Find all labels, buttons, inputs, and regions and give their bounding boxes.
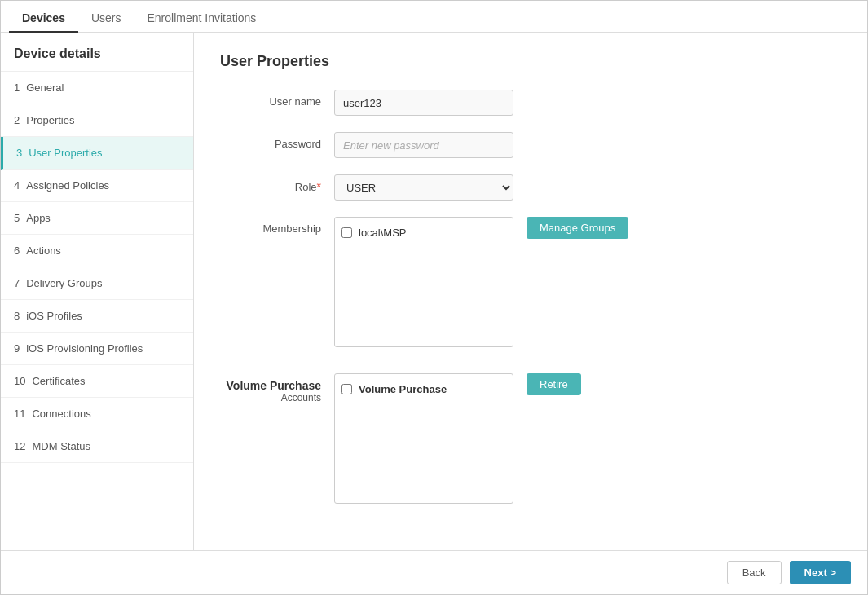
accounts-label: Accounts — [220, 392, 321, 403]
volume-purchase-group: Volume Purchase Accounts Volume Purchase… — [220, 373, 841, 504]
retire-button[interactable]: Retire — [527, 373, 581, 395]
role-group: Role* USER ADMIN MANAGER — [220, 174, 841, 201]
username-group: User name — [220, 90, 841, 116]
volume-purchase-item-label: Volume Purchase — [359, 383, 447, 395]
membership-group: Membership local\MSP Manage Groups — [220, 217, 841, 347]
volume-purchase-label: Volume Purchase — [220, 379, 321, 392]
volume-purchase-checkbox[interactable] — [341, 384, 352, 394]
sidebar-item-delivery-groups[interactable]: 7 Delivery Groups — [1, 267, 193, 300]
tab-enrollment-invitations[interactable]: Enrollment Invitations — [134, 5, 270, 33]
sidebar-item-connections[interactable]: 11 Connections — [1, 398, 193, 430]
sidebar-item-label-mdm-status: MDM Status — [32, 440, 90, 452]
password-label: Password — [220, 132, 334, 150]
sidebar-item-label-assigned-policies: Assigned Policies — [26, 179, 109, 192]
tab-users[interactable]: Users — [78, 5, 134, 33]
next-button[interactable]: Next > — [790, 561, 851, 584]
sidebar-item-num-9: 9 — [14, 342, 20, 355]
top-nav: Devices Users Enrollment Invitations — [1, 1, 867, 33]
sidebar-item-label-general: General — [26, 82, 64, 94]
sidebar-item-num-3: 3 — [16, 147, 22, 159]
membership-label: Membership — [220, 217, 334, 235]
page-title: User Properties — [220, 53, 841, 70]
sidebar-item-general[interactable]: 1 General — [1, 72, 193, 104]
sidebar-item-num-12: 12 — [14, 440, 25, 452]
sidebar-item-num-2: 2 — [14, 114, 20, 126]
role-label: Role* — [220, 174, 334, 193]
membership-box: local\MSP — [334, 217, 513, 347]
sidebar-item-num-10: 10 — [14, 375, 25, 387]
volume-purchase-label-group: Volume Purchase Accounts — [220, 373, 334, 403]
sidebar-item-label-properties: Properties — [26, 114, 74, 126]
sidebar-item-label-actions: Actions — [26, 245, 61, 257]
app-container: Devices Users Enrollment Invitations Dev… — [0, 0, 868, 595]
sidebar: Device details 1 General 2 Properties 3 … — [1, 33, 194, 550]
manage-groups-button[interactable]: Manage Groups — [527, 217, 628, 239]
bottom-bar: Back Next > — [1, 550, 867, 594]
sidebar-item-mdm-status[interactable]: 12 MDM Status — [1, 430, 193, 463]
sidebar-item-label-apps: Apps — [26, 212, 51, 224]
sidebar-item-num-1: 1 — [14, 82, 20, 94]
tab-devices[interactable]: Devices — [9, 5, 78, 33]
username-input[interactable] — [334, 90, 513, 116]
sidebar-item-num-7: 7 — [14, 277, 20, 289]
main-area: Device details 1 General 2 Properties 3 … — [1, 33, 867, 550]
sidebar-item-num-11: 11 — [14, 408, 25, 420]
back-button[interactable]: Back — [727, 561, 782, 584]
sidebar-item-label-certificates: Certificates — [32, 375, 85, 387]
membership-item-label: local\MSP — [359, 227, 407, 239]
sidebar-item-num-6: 6 — [14, 245, 20, 257]
sidebar-item-user-properties[interactable]: 3 User Properties — [1, 137, 193, 170]
sidebar-item-num-8: 8 — [14, 310, 20, 322]
volume-purchase-box: Volume Purchase — [334, 373, 513, 504]
sidebar-item-label-connections: Connections — [32, 408, 90, 420]
username-label: User name — [220, 90, 334, 108]
membership-checkbox-msp[interactable] — [341, 227, 352, 238]
list-item: local\MSP — [341, 224, 506, 241]
sidebar-item-properties[interactable]: 2 Properties — [1, 104, 193, 137]
sidebar-item-label-ios-profiles: iOS Profiles — [26, 310, 82, 322]
list-item: Volume Purchase — [341, 381, 506, 398]
role-select[interactable]: USER ADMIN MANAGER — [334, 174, 513, 201]
sidebar-item-certificates[interactable]: 10 Certificates — [1, 365, 193, 398]
sidebar-item-ios-provisioning-profiles[interactable]: 9 iOS Provisioning Profiles — [1, 333, 193, 365]
sidebar-item-ios-profiles[interactable]: 8 iOS Profiles — [1, 300, 193, 333]
content-area: User Properties User name Password Role*… — [194, 33, 867, 550]
password-group: Password — [220, 132, 841, 158]
sidebar-item-num-4: 4 — [14, 179, 20, 192]
sidebar-item-label-ios-provisioning-profiles: iOS Provisioning Profiles — [26, 342, 143, 355]
sidebar-item-apps[interactable]: 5 Apps — [1, 202, 193, 235]
sidebar-item-num-5: 5 — [14, 212, 20, 224]
sidebar-item-label-user-properties: User Properties — [29, 147, 102, 159]
password-input[interactable] — [334, 132, 513, 158]
sidebar-item-actions[interactable]: 6 Actions — [1, 235, 193, 267]
sidebar-item-label-delivery-groups: Delivery Groups — [26, 277, 102, 289]
sidebar-title: Device details — [1, 33, 193, 72]
sidebar-item-assigned-policies[interactable]: 4 Assigned Policies — [1, 170, 193, 202]
